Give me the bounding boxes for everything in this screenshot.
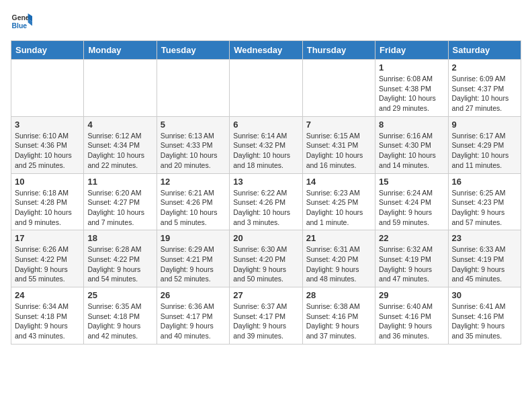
day-number: 5 xyxy=(161,120,226,130)
day-number: 24 xyxy=(15,290,80,300)
calendar-cell: 20Sunrise: 6:30 AM Sunset: 4:20 PM Dayli… xyxy=(230,230,302,287)
calendar-cell: 14Sunrise: 6:23 AM Sunset: 4:25 PM Dayli… xyxy=(302,173,375,230)
calendar-header-wednesday: Wednesday xyxy=(230,41,302,60)
day-number: 14 xyxy=(306,177,371,187)
day-number: 27 xyxy=(233,290,298,300)
day-number: 3 xyxy=(15,120,80,130)
day-number: 26 xyxy=(161,290,226,300)
day-info: Sunrise: 6:18 AM Sunset: 4:28 PM Dayligh… xyxy=(15,188,80,228)
calendar-cell: 18Sunrise: 6:28 AM Sunset: 4:22 PM Dayli… xyxy=(84,230,157,287)
day-info: Sunrise: 6:20 AM Sunset: 4:27 PM Dayligh… xyxy=(87,188,152,228)
calendar-cell: 21Sunrise: 6:31 AM Sunset: 4:20 PM Dayli… xyxy=(302,230,375,287)
calendar-header-thursday: Thursday xyxy=(302,41,375,60)
calendar-cell: 23Sunrise: 6:33 AM Sunset: 4:19 PM Dayli… xyxy=(448,230,521,287)
day-number: 28 xyxy=(306,290,371,300)
day-info: Sunrise: 6:13 AM Sunset: 4:33 PM Dayligh… xyxy=(161,131,226,171)
day-info: Sunrise: 6:15 AM Sunset: 4:31 PM Dayligh… xyxy=(306,131,371,171)
calendar-cell: 11Sunrise: 6:20 AM Sunset: 4:27 PM Dayli… xyxy=(84,173,157,230)
day-info: Sunrise: 6:12 AM Sunset: 4:34 PM Dayligh… xyxy=(87,131,152,171)
calendar-cell: 16Sunrise: 6:25 AM Sunset: 4:23 PM Dayli… xyxy=(448,173,521,230)
day-info: Sunrise: 6:17 AM Sunset: 4:29 PM Dayligh… xyxy=(452,131,517,171)
calendar-week-4: 24Sunrise: 6:34 AM Sunset: 4:18 PM Dayli… xyxy=(11,287,521,345)
calendar-week-3: 17Sunrise: 6:26 AM Sunset: 4:22 PM Dayli… xyxy=(11,230,521,287)
day-number: 30 xyxy=(452,290,517,300)
day-info: Sunrise: 6:34 AM Sunset: 4:18 PM Dayligh… xyxy=(15,302,80,341)
calendar-cell: 26Sunrise: 6:36 AM Sunset: 4:17 PM Dayli… xyxy=(157,287,229,345)
calendar-header-saturday: Saturday xyxy=(448,41,521,60)
day-number: 29 xyxy=(379,290,444,300)
calendar-cell: 1Sunrise: 6:08 AM Sunset: 4:38 PM Daylig… xyxy=(375,60,448,117)
day-info: Sunrise: 6:28 AM Sunset: 4:22 PM Dayligh… xyxy=(87,244,152,284)
day-info: Sunrise: 6:16 AM Sunset: 4:30 PM Dayligh… xyxy=(379,131,444,171)
calendar-cell: 8Sunrise: 6:16 AM Sunset: 4:30 PM Daylig… xyxy=(375,116,448,173)
day-number: 7 xyxy=(306,120,371,130)
calendar-cell: 28Sunrise: 6:38 AM Sunset: 4:16 PM Dayli… xyxy=(302,287,375,345)
logo: General Blue xyxy=(11,11,32,32)
calendar-cell xyxy=(84,60,157,117)
calendar-cell: 6Sunrise: 6:14 AM Sunset: 4:32 PM Daylig… xyxy=(230,116,302,173)
day-number: 23 xyxy=(452,233,517,243)
day-info: Sunrise: 6:35 AM Sunset: 4:18 PM Dayligh… xyxy=(87,302,152,341)
calendar-header-row: SundayMondayTuesdayWednesdayThursdayFrid… xyxy=(11,41,521,60)
calendar: SundayMondayTuesdayWednesdayThursdayFrid… xyxy=(11,40,521,345)
day-info: Sunrise: 6:24 AM Sunset: 4:24 PM Dayligh… xyxy=(379,188,444,228)
day-info: Sunrise: 6:36 AM Sunset: 4:17 PM Dayligh… xyxy=(161,302,226,341)
day-info: Sunrise: 6:22 AM Sunset: 4:26 PM Dayligh… xyxy=(233,188,298,228)
day-info: Sunrise: 6:23 AM Sunset: 4:25 PM Dayligh… xyxy=(306,188,371,228)
day-number: 8 xyxy=(379,120,444,130)
day-number: 18 xyxy=(87,233,152,243)
day-info: Sunrise: 6:25 AM Sunset: 4:23 PM Dayligh… xyxy=(452,188,517,228)
calendar-header-tuesday: Tuesday xyxy=(157,41,229,60)
calendar-cell: 5Sunrise: 6:13 AM Sunset: 4:33 PM Daylig… xyxy=(157,116,229,173)
day-info: Sunrise: 6:08 AM Sunset: 4:38 PM Dayligh… xyxy=(379,74,444,113)
day-number: 17 xyxy=(15,233,80,243)
day-number: 19 xyxy=(161,233,226,243)
day-number: 22 xyxy=(379,233,444,243)
day-number: 15 xyxy=(379,177,444,187)
calendar-cell: 3Sunrise: 6:10 AM Sunset: 4:36 PM Daylig… xyxy=(11,116,84,173)
calendar-cell: 29Sunrise: 6:40 AM Sunset: 4:16 PM Dayli… xyxy=(375,287,448,345)
day-info: Sunrise: 6:29 AM Sunset: 4:21 PM Dayligh… xyxy=(161,244,226,284)
calendar-cell xyxy=(11,60,84,117)
calendar-cell: 13Sunrise: 6:22 AM Sunset: 4:26 PM Dayli… xyxy=(230,173,302,230)
day-number: 25 xyxy=(87,290,152,300)
calendar-cell: 4Sunrise: 6:12 AM Sunset: 4:34 PM Daylig… xyxy=(84,116,157,173)
day-number: 10 xyxy=(15,177,80,187)
day-info: Sunrise: 6:33 AM Sunset: 4:19 PM Dayligh… xyxy=(452,244,517,284)
day-info: Sunrise: 6:38 AM Sunset: 4:16 PM Dayligh… xyxy=(306,302,371,341)
logo-icon: General Blue xyxy=(11,11,32,32)
day-info: Sunrise: 6:09 AM Sunset: 4:37 PM Dayligh… xyxy=(452,74,517,113)
calendar-week-0: 1Sunrise: 6:08 AM Sunset: 4:38 PM Daylig… xyxy=(11,60,521,117)
day-info: Sunrise: 6:14 AM Sunset: 4:32 PM Dayligh… xyxy=(233,131,298,171)
calendar-week-1: 3Sunrise: 6:10 AM Sunset: 4:36 PM Daylig… xyxy=(11,116,521,173)
day-info: Sunrise: 6:10 AM Sunset: 4:36 PM Dayligh… xyxy=(15,131,80,171)
day-number: 6 xyxy=(233,120,298,130)
day-info: Sunrise: 6:32 AM Sunset: 4:19 PM Dayligh… xyxy=(379,244,444,284)
day-info: Sunrise: 6:31 AM Sunset: 4:20 PM Dayligh… xyxy=(306,244,371,284)
calendar-week-2: 10Sunrise: 6:18 AM Sunset: 4:28 PM Dayli… xyxy=(11,173,521,230)
day-info: Sunrise: 6:37 AM Sunset: 4:17 PM Dayligh… xyxy=(233,302,298,341)
calendar-cell: 7Sunrise: 6:15 AM Sunset: 4:31 PM Daylig… xyxy=(302,116,375,173)
calendar-cell xyxy=(157,60,229,117)
calendar-body: 1Sunrise: 6:08 AM Sunset: 4:38 PM Daylig… xyxy=(11,60,521,345)
day-number: 16 xyxy=(452,177,517,187)
header: General Blue xyxy=(11,11,521,32)
calendar-header-friday: Friday xyxy=(375,41,448,60)
calendar-cell: 30Sunrise: 6:41 AM Sunset: 4:16 PM Dayli… xyxy=(448,287,521,345)
day-info: Sunrise: 6:21 AM Sunset: 4:26 PM Dayligh… xyxy=(161,188,226,228)
calendar-cell: 12Sunrise: 6:21 AM Sunset: 4:26 PM Dayli… xyxy=(157,173,229,230)
calendar-cell: 27Sunrise: 6:37 AM Sunset: 4:17 PM Dayli… xyxy=(230,287,302,345)
calendar-cell: 17Sunrise: 6:26 AM Sunset: 4:22 PM Dayli… xyxy=(11,230,84,287)
calendar-cell xyxy=(302,60,375,117)
calendar-cell: 9Sunrise: 6:17 AM Sunset: 4:29 PM Daylig… xyxy=(448,116,521,173)
day-number: 13 xyxy=(233,177,298,187)
day-info: Sunrise: 6:40 AM Sunset: 4:16 PM Dayligh… xyxy=(379,302,444,341)
calendar-cell xyxy=(230,60,302,117)
day-info: Sunrise: 6:30 AM Sunset: 4:20 PM Dayligh… xyxy=(233,244,298,284)
calendar-cell: 22Sunrise: 6:32 AM Sunset: 4:19 PM Dayli… xyxy=(375,230,448,287)
day-number: 4 xyxy=(87,120,152,130)
day-number: 2 xyxy=(452,62,517,73)
day-number: 20 xyxy=(233,233,298,243)
calendar-header-monday: Monday xyxy=(84,41,157,60)
calendar-header-sunday: Sunday xyxy=(11,41,84,60)
